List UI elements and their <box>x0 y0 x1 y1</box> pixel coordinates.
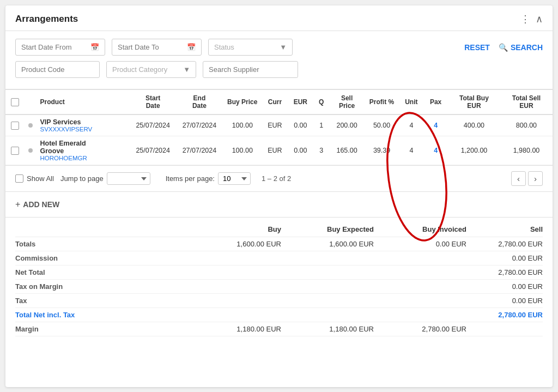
row2-sell-price: 165.00 <box>330 136 365 165</box>
jump-to-section: Jump to page <box>60 172 150 185</box>
start-date-to-field[interactable]: 📅 <box>112 39 202 56</box>
header-total-buy-col: Total BuyEUR <box>448 90 500 115</box>
commission-label: Commission <box>15 254 58 262</box>
filter-row-1: 📅 📅 Status ▼ RESET 🔍 SEARCH <box>15 39 543 56</box>
filters-section: 📅 📅 Status ▼ RESET 🔍 SEARCH <box>5 31 553 89</box>
add-new-button[interactable]: + ADD NEW <box>15 200 59 209</box>
chevron-down-icon-2: ▼ <box>183 65 190 74</box>
header-status-col <box>24 90 37 115</box>
header-q-col: Q <box>313 90 330 115</box>
row1-checkbox-cell[interactable] <box>5 114 24 136</box>
total-net-incl-tax-label: Total Net incl. Tax <box>15 311 75 319</box>
items-per-page-section: Items per page: 10 25 50 <box>166 172 251 185</box>
table-row: VIP Services SVXXXXVIPSERV 25/07/2024 27… <box>5 114 553 136</box>
search-button[interactable]: 🔍 SEARCH <box>499 43 543 52</box>
totals-header: Buy Buy Expected Buy Invoiced Sell <box>15 225 543 237</box>
menu-icon[interactable]: ⋮ <box>520 13 530 25</box>
row1-eur: 0.00 <box>288 114 313 136</box>
row1-q: 1 <box>313 114 330 136</box>
select-all-checkbox[interactable] <box>11 98 19 106</box>
margin-label: Margin <box>15 325 39 333</box>
row2-pax-value[interactable]: 4 <box>434 147 438 154</box>
row1-curr: EUR <box>262 114 288 136</box>
product-category-dropdown[interactable]: Product Category ▼ <box>106 61 196 78</box>
header-end-date-col: EndDate <box>176 90 222 115</box>
row2-end-date: 27/07/2024 <box>176 136 222 165</box>
row2-start-date: 25/07/2024 <box>130 136 176 165</box>
row1-start-date: 25/07/2024 <box>130 114 176 136</box>
row2-checkbox-cell[interactable] <box>5 136 24 165</box>
product-code-field[interactable] <box>15 61 100 78</box>
filter-actions: RESET 🔍 SEARCH <box>464 43 543 52</box>
row1-pax: 4 <box>423 114 448 136</box>
totals-buy-val: 1,600.00 EUR <box>232 240 281 248</box>
header-unit-col: Unit <box>399 90 424 115</box>
row2-product-code[interactable]: HOROHOEMGR <box>40 155 127 161</box>
totals-row-net-total: Net Total 2,780.00 EUR <box>15 266 543 280</box>
row2-checkbox[interactable] <box>11 147 19 155</box>
totals-col-sell: Sell <box>488 225 543 233</box>
start-date-from-input[interactable] <box>21 43 87 51</box>
collapse-icon[interactable]: ∧ <box>536 13 543 25</box>
table-header-row: Product StartDate EndDate Buy Price Curr… <box>5 90 553 115</box>
product-code-input[interactable] <box>21 65 94 74</box>
row1-checkbox[interactable] <box>11 122 19 130</box>
margin-buy-invoiced-val: 2,780.00 EUR <box>396 325 466 333</box>
header-total-sell-col: Total SellEUR <box>500 90 553 115</box>
totals-row-total-net-incl-tax: Total Net incl. Tax 2,780.00 EUR <box>15 308 543 322</box>
table-body: VIP Services SVXXXXVIPSERV 25/07/2024 27… <box>5 114 553 165</box>
chevron-down-icon: ▼ <box>280 43 287 51</box>
header-checkbox-col <box>5 90 24 115</box>
page-title: Arrangements <box>15 14 78 25</box>
prev-page-button[interactable]: ‹ <box>511 171 526 186</box>
margin-buy-expected-val: 1,180.00 EUR <box>303 325 374 333</box>
items-per-page-select[interactable]: 10 25 50 <box>218 172 251 185</box>
calendar-icon-2: 📅 <box>187 43 196 51</box>
status-dropdown[interactable]: Status ▼ <box>208 39 293 56</box>
row2-curr: EUR <box>262 136 288 165</box>
search-supplier-input[interactable] <box>209 65 292 74</box>
net-total-label: Net Total <box>15 268 45 276</box>
totals-buy-invoiced-val: 0.00 EUR <box>396 240 466 248</box>
jump-to-label: Jump to page <box>60 174 104 183</box>
row1-end-date: 27/07/2024 <box>176 114 222 136</box>
jump-to-select[interactable] <box>107 172 150 185</box>
start-date-to-input[interactable] <box>118 43 184 51</box>
totals-row-totals: Totals 1,600.00 EUR 1,600.00 EUR 0.00 EU… <box>15 237 543 251</box>
row2-status-dot <box>28 148 33 153</box>
row1-profit: 50.00 <box>365 114 399 136</box>
show-all-checkbox[interactable] <box>15 174 23 183</box>
show-all-label: Show All <box>27 174 54 183</box>
header-sell-price-col: SellPrice <box>330 90 365 115</box>
total-net-incl-tax-sell-val: 2,780.00 EUR <box>488 311 543 319</box>
search-supplier-field[interactable] <box>203 61 298 78</box>
header-start-date-col: StartDate <box>130 90 176 115</box>
plus-icon: + <box>15 200 20 209</box>
row2-product-name-2: Groove <box>40 147 127 155</box>
header-product-col: Product <box>37 90 130 115</box>
row1-pax-value[interactable]: 4 <box>434 122 438 129</box>
reset-button[interactable]: RESET <box>464 43 490 52</box>
totals-sell-val: 2,780.00 EUR <box>488 240 543 248</box>
header-pax-col: Pax <box>423 90 448 115</box>
start-date-from-field[interactable]: 📅 <box>15 39 105 56</box>
row1-dot-cell <box>24 114 37 136</box>
row2-profit: 39.39 <box>365 136 399 165</box>
table-wrapper: Product StartDate EndDate Buy Price Curr… <box>5 89 553 165</box>
calendar-icon: 📅 <box>90 43 99 51</box>
row1-total-buy: 400.00 <box>448 114 500 136</box>
row2-q: 3 <box>313 136 330 165</box>
commission-sell-val: 0.00 EUR <box>488 254 543 262</box>
header-actions: ⋮ ∧ <box>520 13 543 25</box>
totals-col-buy-expected: Buy Expected <box>303 225 374 233</box>
row1-product-code[interactable]: SVXXXXVIPSERV <box>40 126 127 132</box>
totals-col-buy-invoiced: Buy Invoiced <box>396 225 466 233</box>
header-profit-col: Profit % <box>365 90 399 115</box>
next-page-button[interactable]: › <box>528 171 543 186</box>
totals-row-tax-on-margin: Tax on Margin 0.00 EUR <box>15 280 543 294</box>
card-header: Arrangements ⋮ ∧ <box>5 5 553 31</box>
pagination-row: Show All Jump to page Items per page: 10… <box>5 165 553 192</box>
row2-eur: 0.00 <box>288 136 313 165</box>
items-per-page-label: Items per page: <box>166 174 215 183</box>
row1-total-sell: 800.00 <box>500 114 553 136</box>
